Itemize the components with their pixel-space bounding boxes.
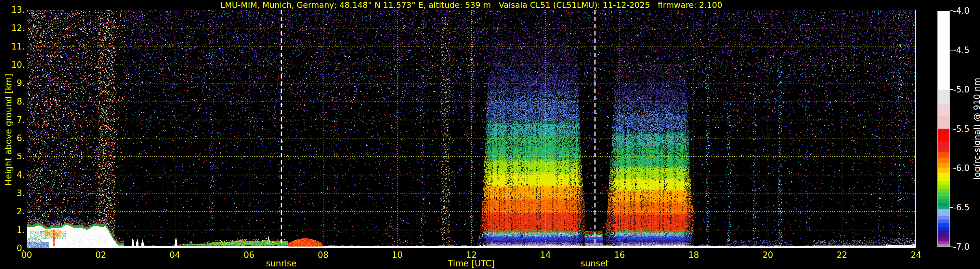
colorbar-label: log(rc-signal) @ 910 nm — [972, 64, 980, 194]
colorbar-tick-mark — [950, 168, 953, 168]
y-tick-label: 9. — [0, 78, 25, 88]
colorbar-tick-label: -4.5 — [953, 45, 979, 55]
sun-event-label: sunrise — [255, 259, 307, 268]
y-tick-label: 8. — [0, 97, 25, 106]
colorbar-tick-mark — [950, 207, 953, 208]
colorbar — [937, 11, 950, 247]
heatmap-plot-area — [27, 10, 916, 248]
colorbar-tick-mark — [950, 247, 953, 247]
y-tick-label: 10. — [0, 60, 25, 70]
x-axis-label: Time [UTC] — [27, 259, 916, 268]
y-tick-label: 11. — [0, 42, 25, 51]
y-tick-label: 1. — [0, 225, 25, 235]
colorbar-tick-label: -6.5 — [953, 203, 979, 212]
colorbar-tick-mark — [950, 129, 953, 129]
x-tick-label: 04 — [160, 250, 189, 260]
colorbar-tick-mark — [950, 50, 953, 50]
y-tick-label: 5. — [0, 151, 25, 161]
x-tick-label: 22 — [827, 250, 856, 260]
x-tick-label: 02 — [86, 250, 115, 260]
y-tick-label: 3. — [0, 188, 25, 198]
y-tick-label: 12. — [0, 23, 25, 33]
ceilometer-quicklook: LMU-MIM, Munich, Germany; 48.148° N 11.5… — [0, 0, 980, 269]
x-tick-label: 24 — [901, 250, 931, 260]
x-tick-label: 10 — [383, 250, 412, 260]
x-tick-label: 08 — [309, 250, 338, 260]
y-tick-label: 4. — [0, 170, 25, 180]
x-tick-label: 12 — [457, 250, 486, 260]
x-tick-label: 00 — [12, 250, 41, 260]
page-title: LMU-MIM, Munich, Germany; 48.148° N 11.5… — [27, 0, 916, 10]
colorbar-tick-label: -7.0 — [953, 242, 979, 252]
y-tick-label: 2. — [0, 207, 25, 216]
colorbar-tick-label: -4.0 — [953, 6, 979, 16]
x-tick-label: 18 — [679, 250, 708, 260]
y-tick-label: 6. — [0, 133, 25, 143]
colorbar-tick-mark — [950, 10, 953, 11]
y-tick-label: 13. — [0, 5, 25, 14]
x-tick-label: 20 — [753, 250, 783, 260]
colorbar-tick-mark — [950, 89, 953, 90]
x-tick-label: 14 — [531, 250, 560, 260]
y-tick-label: 7. — [0, 115, 25, 125]
sun-event-label: sunset — [569, 259, 621, 268]
